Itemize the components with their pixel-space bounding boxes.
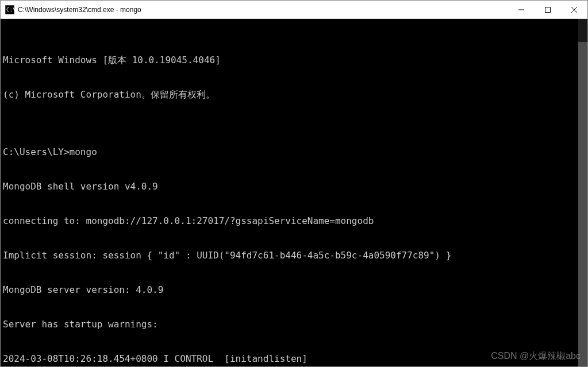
titlebar[interactable]: C:\ C:\Windows\system32\cmd.exe - mongo — [1, 1, 587, 19]
window-title: C:\Windows\system32\cmd.exe - mongo — [18, 6, 508, 14]
terminal-line: 2024-03-08T10:26:18.454+0800 I CONTROL [… — [3, 353, 585, 365]
terminal-line: C:\Users\LY>mongo — [3, 146, 585, 158]
svg-rect-3 — [545, 7, 551, 12]
scrollbar-thumb[interactable] — [578, 42, 587, 366]
terminal-line: MongoDB shell version v4.0.9 — [3, 181, 585, 192]
minimize-icon — [518, 7, 524, 13]
terminal-line: Server has startup warnings: — [3, 319, 585, 330]
terminal-line: (c) Microsoft Corporation。保留所有权利。 — [3, 89, 585, 101]
terminal-line: connecting to: mongodb://127.0.0.1:27017… — [3, 215, 585, 227]
cmd-icon: C:\ — [5, 5, 14, 14]
terminal-line: Microsoft Windows [版本 10.0.19045.4046] — [3, 55, 585, 66]
terminal-line: Implicit session: session { "id" : UUID(… — [3, 250, 585, 261]
maximize-icon — [545, 7, 551, 13]
close-button[interactable] — [561, 1, 587, 18]
minimize-button[interactable] — [508, 1, 535, 18]
window-controls — [508, 1, 587, 18]
scrollbar[interactable] — [578, 19, 587, 366]
close-icon — [571, 7, 577, 13]
terminal-output[interactable]: Microsoft Windows [版本 10.0.19045.4046] (… — [1, 19, 587, 366]
maximize-button[interactable] — [535, 1, 561, 18]
cmd-window: C:\ C:\Windows\system32\cmd.exe - mongo … — [0, 0, 588, 367]
svg-text:C:\: C:\ — [6, 7, 14, 13]
terminal-line: MongoDB server version: 4.0.9 — [3, 284, 585, 296]
